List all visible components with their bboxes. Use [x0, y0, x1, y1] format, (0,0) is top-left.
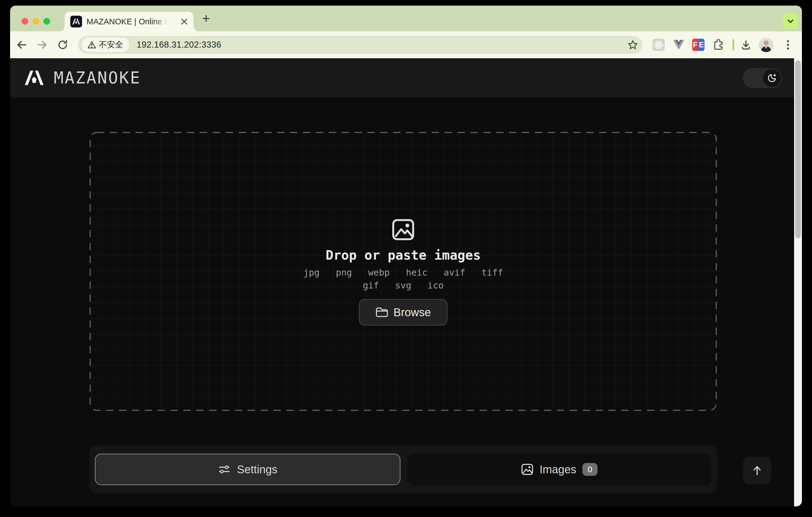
page-scrollbar[interactable]	[794, 58, 802, 506]
warning-triangle-icon	[88, 40, 96, 49]
browse-button-label: Browse	[394, 306, 431, 319]
arrow-up-icon	[751, 464, 763, 477]
browser-toolbar: 不安全 192.168.31.202:3336	[10, 31, 802, 58]
browser-tab[interactable]: MAZANOKE | Online Image Op	[65, 12, 194, 31]
settings-button[interactable]: Settings	[95, 454, 400, 485]
downloads-button[interactable]	[740, 39, 752, 51]
footer-panel: Settings Images 0	[89, 445, 717, 493]
app-header: MAZANOKE	[10, 58, 802, 97]
folder-icon	[375, 307, 388, 318]
extensions-puzzle-icon[interactable]	[712, 39, 724, 51]
back-arrow-icon	[16, 39, 27, 50]
app-title: MAZANOKE	[54, 68, 141, 87]
image-drop-zone[interactable]: Drop or paste images jpg png webp heic a…	[89, 132, 717, 411]
security-label: 不安全	[99, 39, 123, 50]
vue-devtools-extension-icon[interactable]	[672, 39, 685, 51]
forward-button[interactable]	[36, 39, 48, 51]
download-icon	[740, 39, 752, 51]
supported-formats-line2: gif svg ico	[363, 280, 444, 291]
address-bar[interactable]: 不安全 192.168.31.202:3336	[78, 36, 642, 54]
image-icon	[521, 463, 533, 475]
image-icon	[392, 219, 415, 241]
bookmark-star-icon[interactable]	[627, 39, 638, 50]
react-devtools-extension-icon[interactable]	[652, 39, 665, 51]
fe-extension-icon[interactable]: FE	[692, 39, 704, 51]
theme-toggle[interactable]	[743, 68, 782, 88]
minimize-window-button[interactable]	[32, 18, 39, 25]
reload-icon	[57, 39, 68, 51]
drop-zone-heading: Drop or paste images	[326, 248, 481, 263]
mazanoke-logo-icon	[72, 17, 80, 26]
chevron-down-icon	[786, 17, 795, 26]
mazanoke-logo-icon	[22, 67, 46, 88]
tab-close-icon[interactable]	[179, 17, 189, 26]
new-tab-button[interactable]: +	[199, 12, 213, 26]
forward-arrow-icon	[36, 39, 48, 50]
moon-icon	[766, 73, 777, 83]
fe-icon-left: F	[692, 39, 698, 51]
profile-chevron-button[interactable]	[783, 13, 798, 29]
back-button[interactable]	[16, 39, 28, 51]
images-button-label: Images	[540, 463, 576, 476]
toolbar-separator	[732, 39, 734, 50]
url-text[interactable]: 192.168.31.202:3336	[137, 40, 222, 50]
scrollbar-thumb[interactable]	[795, 60, 801, 238]
three-dots-icon	[786, 39, 790, 50]
site-security-chip[interactable]: 不安全	[82, 37, 129, 52]
fe-icon-right: E	[698, 39, 704, 51]
settings-button-label: Settings	[237, 463, 278, 476]
tab-title: MAZANOKE | Online Image Op	[87, 17, 169, 26]
zoom-window-button[interactable]	[44, 18, 50, 25]
images-button[interactable]: Images 0	[407, 454, 712, 485]
scroll-to-top-button[interactable]	[743, 457, 771, 484]
images-count-badge: 0	[582, 463, 598, 476]
browse-button[interactable]: Browse	[359, 299, 447, 325]
supported-formats-line1: jpg png webp heic avif tiff	[303, 267, 503, 278]
reload-button[interactable]	[57, 39, 69, 51]
profile-avatar[interactable]	[759, 37, 773, 52]
tab-strip: MAZANOKE | Online Image Op +	[10, 6, 802, 31]
close-window-button[interactable]	[22, 18, 28, 25]
browser-menu-button[interactable]	[782, 39, 794, 51]
browser-window: MAZANOKE | Online Image Op +	[10, 6, 802, 506]
theme-toggle-knob[interactable]	[763, 69, 781, 87]
sliders-icon	[218, 463, 231, 476]
mazanoke-page: MAZANOKE Drop or paste image	[10, 58, 802, 506]
favicon-mazanoke	[70, 16, 82, 27]
